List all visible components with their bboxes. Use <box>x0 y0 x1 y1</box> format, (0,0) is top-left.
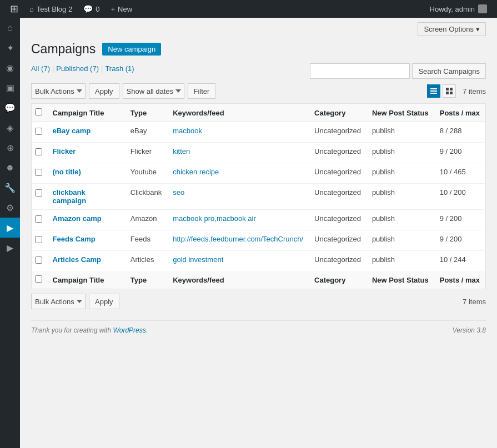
cell-category: Uncategorized <box>309 251 367 271</box>
campaign-title-link[interactable]: eBay camp <box>53 127 91 135</box>
filter-all-link[interactable]: All (7) <box>31 64 50 73</box>
cell-keywords-feed: chicken recipe <box>167 163 309 184</box>
keyword-link[interactable]: macbook pro,macbook air <box>173 214 256 223</box>
cell-category: Uncategorized <box>309 122 367 143</box>
wordpress-link[interactable]: WordPress <box>113 326 145 334</box>
keyword-link[interactable]: macbook <box>173 127 202 135</box>
wp-footer: Thank you for creating with WordPress. V… <box>31 320 486 340</box>
tablenav-left-bottom: Bulk ActionsDelete Apply <box>31 294 119 309</box>
new-campaign-button[interactable]: New campaign <box>102 43 161 56</box>
row-checkbox[interactable] <box>35 256 42 264</box>
row-checkbox[interactable] <box>35 128 42 135</box>
dates-filter-select[interactable]: Show all dates <box>123 83 184 99</box>
sidebar-item-appearance[interactable]: ◈ <box>0 118 20 138</box>
row-checkbox-cell <box>32 210 47 230</box>
admin-sidebar: ⌂ ✦ ◉ ▣ 💬 ◈ ⊕ ☻ 🔧 ⚙ ▶ ▶ <box>0 18 20 448</box>
keyword-link[interactable]: kitten <box>173 147 190 155</box>
sidebar-item-plugins[interactable]: ⊕ <box>0 138 20 158</box>
th-category: Category <box>309 104 367 122</box>
search-campaigns-input[interactable] <box>310 63 410 79</box>
campaign-title-link[interactable]: (no title) <box>53 168 81 176</box>
select-all-footer <box>32 271 47 289</box>
filter-published-link[interactable]: Published (7) <box>56 64 99 73</box>
table-row: Amazon camp Amazon macbook pro,macbook a… <box>32 210 486 230</box>
keyword-link[interactable]: http://feeds.feedburner.com/TechCrunch/ <box>173 235 303 243</box>
sidebar-item-posts[interactable]: ✦ <box>0 38 20 58</box>
cell-campaign-title: eBay camp <box>47 122 125 143</box>
site-name-item[interactable]: ⌂ Test Blog 2 <box>24 0 78 18</box>
cell-campaign-title: Articles Camp <box>47 251 125 271</box>
select-all-checkbox-footer[interactable] <box>35 275 42 283</box>
list-view-icon[interactable] <box>427 84 440 98</box>
table-row: clickbank campaign Clickbank seo Uncateg… <box>32 184 486 210</box>
sidebar-item-pages[interactable]: ▣ <box>0 78 20 98</box>
grid-view-icon[interactable] <box>443 84 456 98</box>
keyword-link[interactable]: gold investment <box>173 255 223 264</box>
sidebar-item-media[interactable]: ◉ <box>0 58 20 78</box>
th-type: Type <box>125 104 167 122</box>
new-item[interactable]: + New <box>105 0 138 18</box>
row-checkbox[interactable] <box>35 169 42 176</box>
keyword-link[interactable]: chicken recipe <box>173 168 219 176</box>
screen-options-button[interactable]: Screen Options ▾ <box>418 22 486 36</box>
table-row: eBay camp eBay macbook Uncategorized pub… <box>32 122 486 143</box>
row-checkbox[interactable] <box>35 236 42 243</box>
tfoot-new-post-status: New Post Status <box>367 271 434 289</box>
tfoot-campaign-title: Campaign Title <box>47 271 125 289</box>
cell-posts-max: 9 / 200 <box>434 230 486 251</box>
cell-keywords-feed: seo <box>167 184 309 210</box>
bulk-actions-select-bottom[interactable]: Bulk ActionsDelete <box>31 294 86 309</box>
row-checkbox-cell <box>32 230 47 251</box>
campaign-title-link[interactable]: Feeds Camp <box>53 235 96 243</box>
page-title-area: Campaigns New campaign <box>31 42 486 57</box>
apply-button-top[interactable]: Apply <box>89 83 119 99</box>
apply-button-bottom[interactable]: Apply <box>89 294 119 309</box>
row-checkbox[interactable] <box>35 148 42 155</box>
row-checkbox-cell <box>32 143 47 163</box>
footer-text: Thank you for creating with WordPress. <box>31 326 148 334</box>
comments-item[interactable]: 💬 0 <box>78 0 105 18</box>
howdy-area[interactable]: Howdy, admin <box>424 4 493 13</box>
sidebar-item-campaigns[interactable]: ▶ <box>0 218 20 238</box>
cell-new-post-status: publish <box>367 122 434 143</box>
sidebar-item-settings[interactable]: ⚙ <box>0 198 20 218</box>
cell-posts-max: 10 / 465 <box>434 163 486 184</box>
campaign-title-link[interactable]: Flicker <box>53 147 76 155</box>
tfoot-keywords-feed: Keywords/feed <box>167 271 309 289</box>
svg-rect-1 <box>430 90 437 92</box>
filter-trash-link[interactable]: Trash (1) <box>105 64 134 73</box>
items-count-bottom: 7 items <box>463 298 486 306</box>
sidebar-item-extra[interactable]: ▶ <box>0 238 20 258</box>
select-all-checkbox[interactable] <box>35 108 42 115</box>
tablenav-bottom: Bulk ActionsDelete Apply 7 items <box>31 294 486 309</box>
row-checkbox[interactable] <box>35 189 42 197</box>
sidebar-item-dashboard[interactable]: ⌂ <box>0 18 20 38</box>
cell-category: Uncategorized <box>309 184 367 210</box>
tablenav-left-controls: Bulk ActionsDelete Apply Show all dates … <box>31 83 215 99</box>
table-row: Flicker Flicker kitten Uncategorized pub… <box>32 143 486 163</box>
cell-new-post-status: publish <box>367 230 434 251</box>
row-checkbox[interactable] <box>35 215 42 223</box>
cell-keywords-feed: macbook pro,macbook air <box>167 210 309 230</box>
tfoot-type: Type <box>125 271 167 289</box>
home-icon: ⌂ <box>29 5 34 13</box>
admin-bar: ⊞ ⌂ Test Blog 2 💬 0 + New Howdy, admin <box>0 0 497 18</box>
cell-category: Uncategorized <box>309 163 367 184</box>
keyword-link[interactable]: seo <box>173 188 184 197</box>
wp-logo-item[interactable]: ⊞ <box>4 0 24 18</box>
filter-button[interactable]: Filter <box>188 83 216 99</box>
cell-type: Clickbank <box>125 184 167 210</box>
sidebar-item-users[interactable]: ☻ <box>0 158 20 178</box>
sidebar-item-tools[interactable]: 🔧 <box>0 178 20 198</box>
search-campaigns-button[interactable]: Search Campaigns <box>412 63 486 79</box>
bulk-actions-select-top[interactable]: Bulk ActionsDelete <box>31 83 86 99</box>
filter-links: All (7) | Published (7) | Trash (1) <box>31 64 134 73</box>
cell-campaign-title: (no title) <box>47 163 125 184</box>
campaign-title-link[interactable]: Amazon camp <box>53 214 102 223</box>
wp-logo-icon: ⊞ <box>10 3 18 15</box>
campaign-title-link[interactable]: Articles Camp <box>53 255 101 264</box>
row-checkbox-cell <box>32 122 47 143</box>
campaign-title-link[interactable]: clickbank campaign <box>53 188 87 205</box>
sidebar-item-comments[interactable]: 💬 <box>0 98 20 118</box>
cell-new-post-status: publish <box>367 163 434 184</box>
